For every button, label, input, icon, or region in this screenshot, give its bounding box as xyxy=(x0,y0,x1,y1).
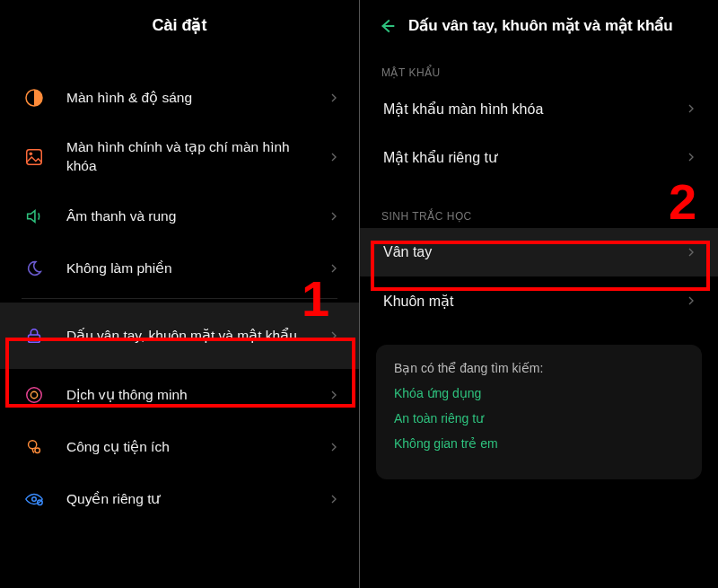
tools-icon xyxy=(22,434,47,460)
svg-point-8 xyxy=(32,497,37,502)
row-label: Công cụ tiện ích xyxy=(66,438,327,457)
home-lockscreen-icon xyxy=(22,145,47,170)
row-label: Mật khẩu riêng tư xyxy=(383,149,684,166)
header: Cài đặt xyxy=(0,0,359,50)
svg-point-2 xyxy=(30,153,33,156)
smart-service-icon xyxy=(22,382,47,408)
divider xyxy=(22,298,337,299)
svg-point-4 xyxy=(27,388,42,403)
svg-rect-3 xyxy=(29,335,40,342)
sound-vibration-icon xyxy=(22,204,47,229)
fingerprint-face-pane: Dấu vân tay, khuôn mặt và mật khẩu MẬT K… xyxy=(359,0,718,588)
lock-icon xyxy=(22,323,47,348)
row-smart-service[interactable]: Dịch vụ thông minh xyxy=(0,369,359,421)
row-home-lockscreen[interactable]: Màn hình chính và tạp chí màn hình khóa xyxy=(0,124,359,190)
svg-point-5 xyxy=(31,391,37,398)
row-privacy[interactable]: Quyền riêng tư xyxy=(0,473,359,525)
row-label: Không làm phiền xyxy=(66,259,327,278)
row-label: Khuôn mặt xyxy=(383,293,684,310)
row-label: Màn hình chính và tạp chí màn hình khóa xyxy=(66,138,327,176)
link-app-lock[interactable]: Khóa ứng dụng xyxy=(394,386,684,400)
chevron-right-icon xyxy=(327,150,341,164)
row-fingerprint[interactable]: Vân tay xyxy=(360,228,718,276)
row-sound-vibration[interactable]: Âm thanh và rung xyxy=(0,190,359,242)
dnd-moon-icon xyxy=(22,256,47,281)
privacy-eye-icon xyxy=(22,487,47,512)
chevron-right-icon xyxy=(684,294,698,308)
card-title: Bạn có thể đang tìm kiếm: xyxy=(394,361,684,375)
row-label: Màn hình & độ sáng xyxy=(66,89,327,108)
chevron-right-icon xyxy=(327,261,341,276)
section-header-password: MẬT KHẨU xyxy=(360,50,718,84)
suggestions-card: Bạn có thể đang tìm kiếm: Khóa ứng dụng … xyxy=(376,345,702,479)
row-label: Mật khẩu màn hình khóa xyxy=(383,101,684,118)
display-brightness-icon xyxy=(22,85,47,110)
page-title: Cài đặt xyxy=(152,15,206,35)
row-privacy-password[interactable]: Mật khẩu riêng tư xyxy=(360,133,718,181)
chevron-right-icon xyxy=(327,388,341,402)
chevron-right-icon xyxy=(327,492,341,506)
row-label: Âm thanh và rung xyxy=(66,207,327,226)
svg-point-6 xyxy=(29,441,37,449)
row-dnd[interactable]: Không làm phiền xyxy=(0,242,359,294)
back-button[interactable] xyxy=(378,16,398,36)
row-face[interactable]: Khuôn mặt xyxy=(360,276,718,325)
page-title: Dấu vân tay, khuôn mặt và mật khẩu xyxy=(408,16,673,35)
section-header-biometric: SINH TRẮC HỌC xyxy=(360,194,718,228)
svg-rect-1 xyxy=(27,150,42,165)
header: Dấu vân tay, khuôn mặt và mật khẩu xyxy=(360,0,718,50)
chevron-right-icon xyxy=(327,209,341,224)
chevron-right-icon xyxy=(684,101,698,116)
row-tools[interactable]: Công cụ tiện ích xyxy=(0,421,359,473)
svg-point-7 xyxy=(35,448,39,453)
chevron-right-icon xyxy=(327,329,341,343)
settings-pane: Cài đặt Màn hình & độ sáng Màn hình chín… xyxy=(0,0,359,588)
row-label: Vân tay xyxy=(383,244,684,260)
chevron-right-icon xyxy=(684,150,698,164)
row-display-brightness[interactable]: Màn hình & độ sáng xyxy=(0,72,359,124)
link-privacy-safe[interactable]: An toàn riêng tư xyxy=(394,411,684,426)
row-label: Dịch vụ thông minh xyxy=(66,386,327,405)
chevron-right-icon xyxy=(327,440,341,454)
chevron-right-icon xyxy=(684,245,698,259)
row-label: Dấu vân tay, khuôn mặt và mật khẩu xyxy=(66,327,327,346)
link-kid-space[interactable]: Không gian trẻ em xyxy=(394,436,684,451)
row-label: Quyền riêng tư xyxy=(66,490,327,509)
row-lockscreen-password[interactable]: Mật khẩu màn hình khóa xyxy=(360,84,718,133)
chevron-right-icon xyxy=(327,91,341,105)
row-fingerprint-face-password[interactable]: Dấu vân tay, khuôn mặt và mật khẩu xyxy=(0,303,359,369)
